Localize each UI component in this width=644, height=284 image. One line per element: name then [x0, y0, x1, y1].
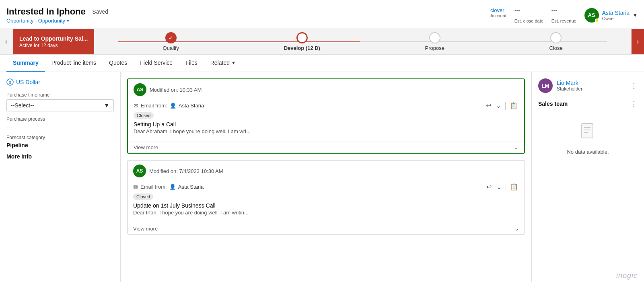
tabs-bar: Summary Product line items Quotes Field …: [0, 55, 644, 72]
stage-active-label: Lead to Opportunity Sal... Active for 12…: [13, 29, 94, 54]
card-1-view-more[interactable]: View more ⌄: [128, 142, 524, 153]
breadcrumb-separator: ·: [35, 18, 37, 24]
stakeholder-avatar: LM: [538, 78, 553, 93]
stage-bar: ‹ Lead to Opportunity Sal... Active for …: [0, 29, 644, 55]
user-dropdown-arrow[interactable]: ▼: [633, 12, 638, 18]
card-1-expand-btn[interactable]: ⌄: [495, 101, 502, 110]
meta-account: clover Account: [490, 7, 506, 18]
breadcrumb-dropdown[interactable]: Opportunity ▼: [38, 18, 70, 24]
email-icon-2: ✉: [133, 184, 138, 190]
purchase-timeframe-label: Purchase timeframe: [6, 92, 114, 98]
stakeholder-more-btn[interactable]: ⋮: [630, 81, 638, 90]
person-icon-1: 👤: [170, 103, 176, 109]
card-2-expand-btn[interactable]: ⌄: [496, 182, 502, 191]
more-info-label: More info: [6, 153, 114, 160]
close-date-label: Est. close date: [514, 19, 543, 23]
stage-nav-left[interactable]: ‹: [0, 29, 13, 54]
avatar-online-indicator: [595, 19, 599, 23]
stage-name: Lead to Opportunity Sal...: [19, 35, 88, 42]
person-icon-2: 👤: [169, 184, 176, 190]
card-2-action-sep: [506, 183, 506, 191]
card-1-actions: ↩ ⌄ 📋: [485, 101, 518, 110]
no-data-text: No data available.: [567, 149, 609, 155]
breadcrumb: Opportunity · Opportunity ▼: [6, 18, 108, 24]
stage-circle-propose: [429, 32, 440, 43]
stage-item-develop[interactable]: Develop (12 D): [284, 32, 320, 51]
currency-label: US Dollar: [16, 79, 40, 85]
record-title: Intrested In Iphone: [6, 6, 86, 17]
stage-label-close: Close: [549, 45, 562, 51]
user-role: Owner: [602, 16, 630, 21]
stage-circle-qualify: ✓: [165, 32, 177, 43]
card-1-note-btn[interactable]: 📋: [509, 101, 518, 110]
stakeholder-name[interactable]: Lio Mark: [557, 80, 626, 86]
stage-label-propose: Propose: [425, 45, 444, 51]
header-meta: clover Account --- Est. close date --- E…: [490, 7, 576, 23]
stage-item-propose[interactable]: Propose: [425, 32, 444, 51]
tab-quotes[interactable]: Quotes: [103, 55, 134, 72]
activity-card-1: AS Modified on: 10:33 AM ✉ Email from: 👤…: [127, 78, 525, 154]
currency-row: $ US Dollar: [6, 78, 114, 86]
header-title: Intrested In Iphone - Saved: [6, 6, 108, 17]
saved-indicator: - Saved: [89, 8, 108, 15]
card-2-header: AS Modified on: 7/4/2023 10:30 AM: [128, 161, 525, 180]
user-section: AS Asta Staria Owner ▼: [584, 8, 638, 23]
card-2-preview: Dear Irfan, I hope you are doing well. I…: [133, 210, 519, 216]
app-header: Intrested In Iphone - Saved Opportunity …: [0, 0, 644, 29]
no-data-icon: [580, 123, 596, 146]
card-1-preview: Dear Abraham, I hope you're doing well. …: [134, 128, 518, 134]
card-2-email-from: ✉ Email from: 👤 Asta Staria: [133, 184, 204, 190]
tab-related[interactable]: Related ▼: [204, 55, 242, 72]
stage-line-filled: [118, 41, 360, 42]
sales-team-section-header: Sales team ⋮: [538, 99, 638, 108]
card-2-avatar: AS: [133, 165, 146, 177]
stakeholder-role: Stakeholder: [557, 86, 626, 92]
avatar: AS: [584, 8, 599, 23]
sales-team-label: Sales team: [538, 101, 568, 107]
stage-item-close[interactable]: Close: [549, 32, 562, 51]
breadcrumb-item-1[interactable]: Opportunity: [6, 18, 33, 24]
inogic-watermark: inogic: [616, 272, 638, 280]
stage-label-qualify: Qualify: [163, 45, 179, 51]
stage-label-develop: Develop (12 D): [284, 45, 320, 51]
card-2-actions: ↩ ⌄ 📋: [486, 182, 519, 191]
revenue-value: ---: [551, 7, 557, 14]
card-2-email-row: ✉ Email from: 👤 Asta Staria ↩ ⌄ 📋: [133, 182, 519, 191]
stage-item-qualify[interactable]: ✓ Qualify: [163, 32, 179, 51]
card-2-person: Asta Staria: [178, 184, 204, 190]
card-2-subject: Update on 1st July Business Call: [133, 202, 519, 209]
tab-summary[interactable]: Summary: [6, 55, 45, 72]
tab-field-service[interactable]: Field Service: [134, 55, 179, 72]
right-panel: LM Lio Mark Stakeholder ⋮ Sales team ⋮ N…: [531, 72, 644, 282]
meta-revenue: --- Est. revenue: [551, 7, 576, 23]
close-date-value: ---: [514, 7, 520, 14]
purchase-timeframe-select[interactable]: --Select-- ▼: [6, 99, 114, 111]
currency-icon: $: [6, 78, 14, 86]
card-2-reply-btn[interactable]: ↩: [486, 182, 492, 191]
stage-nav-right[interactable]: ›: [631, 29, 644, 54]
email-icon-1: ✉: [134, 103, 138, 109]
meta-close-date: --- Est. close date: [514, 7, 543, 23]
card-2-note-btn[interactable]: 📋: [509, 182, 519, 191]
user-name[interactable]: Asta Staria: [602, 10, 630, 16]
stakeholder-info: Lio Mark Stakeholder: [557, 80, 626, 92]
revenue-label: Est. revenue: [551, 19, 576, 23]
tab-product-line-items[interactable]: Product line items: [45, 55, 103, 72]
account-value[interactable]: clover: [490, 7, 504, 13]
sales-team-more-btn[interactable]: ⋮: [630, 99, 638, 108]
main-content: $ US Dollar Purchase timeframe --Select-…: [0, 72, 644, 282]
card-1-status-badge: Closed: [134, 112, 154, 119]
card-2-modified: Modified on: 7/4/2023 10:30 AM: [149, 168, 223, 174]
card-1-reply-btn[interactable]: ↩: [485, 101, 492, 110]
card-1-email-from: ✉ Email from: 👤 Asta Staria: [134, 103, 204, 109]
chevron-down-icon-1: ⌄: [514, 144, 518, 150]
purchase-process-label: Purchase process: [6, 116, 114, 122]
card-1-email-row: ✉ Email from: 👤 Asta Staria ↩ ⌄ 📋: [134, 101, 518, 110]
tab-files[interactable]: Files: [179, 55, 204, 72]
card-1-person: Asta Staria: [179, 103, 204, 109]
stakeholder-row: LM Lio Mark Stakeholder ⋮: [538, 78, 638, 93]
svg-rect-2: [582, 123, 593, 138]
account-label: Account: [490, 13, 506, 18]
card-2-view-more[interactable]: View more ⌄: [128, 223, 525, 234]
stage-days: Active for 12 days: [19, 43, 88, 48]
